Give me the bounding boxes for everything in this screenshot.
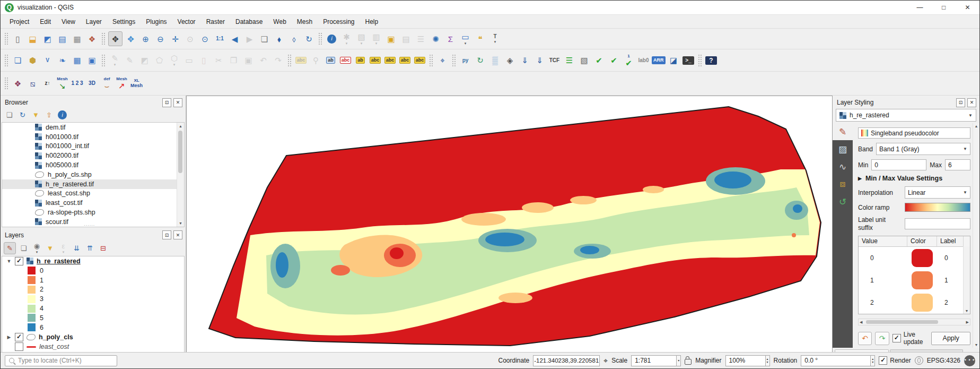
browser-item[interactable]: dem.tif [2,123,184,132]
color-swatch[interactable] [912,294,933,312]
styling-layer-combo[interactable]: h_re_rastered ▼ [836,109,976,122]
transparency-tab-icon[interactable]: ▨ [833,141,853,158]
new-virtual-layer-icon[interactable]: ▣ [85,54,99,67]
new-print-layout-icon[interactable]: ▤ [56,32,69,46]
map-canvas[interactable] [186,96,833,362]
mesh-def-icon[interactable]: def⌣ [100,76,113,90]
symbology-undo-icon[interactable]: ↶ [858,332,872,345]
layer-checkbox[interactable]: ✓ [15,257,23,265]
layers-close-icon[interactable]: ✕ [173,230,182,239]
live-update-checkbox[interactable]: ✓Live update [892,331,929,346]
refresh-map-icon[interactable]: ↻ [302,32,316,46]
deselect-features-icon[interactable]: ▣ [384,32,398,46]
menu-item[interactable]: Web [268,16,291,27]
collapse-all-icon[interactable]: ⇧ [43,109,55,121]
add-group-icon[interactable]: ❏ [18,243,29,254]
view-3d-icon[interactable]: 3D [85,76,99,90]
labeling-options-icon[interactable]: abc [294,54,308,67]
layer-item-raster[interactable]: ▼ ✓ h_re_rastered [2,256,184,267]
color-swatch[interactable] [912,271,933,289]
renderer-combo[interactable]: Singleband pseudocolor [858,127,970,139]
select-features-icon[interactable]: ▧▾ [355,32,368,46]
new-map-view-icon[interactable]: ❏ [258,32,271,46]
cut-features-icon[interactable]: ✂ [212,54,225,67]
menu-item[interactable]: Project [5,16,34,27]
menu-item[interactable]: Vector [173,16,200,27]
refresh-browser-icon[interactable]: ↻ [17,109,28,121]
mesh-export-icon[interactable]: Mesh↘ [56,76,69,90]
menu-item[interactable]: Raster [202,16,230,27]
interpolation-combo[interactable]: Linear▼ [905,186,970,199]
extents-toggle-icon[interactable]: ⌖ [603,356,608,365]
mesh-import-icon[interactable]: Mesh↗ [115,76,128,90]
browser-item[interactable] [2,227,184,227]
mesh-network-icon[interactable]: ❖ [11,76,24,90]
delete-selected-icon[interactable]: ▯ [197,54,211,67]
filter-browser-icon[interactable]: ▼ [30,109,41,121]
3d-rendering-tab-icon[interactable]: ⧈ [833,176,853,193]
minmax-settings-section[interactable]: ▶ Min / Max Value Settings [858,175,970,182]
zoom-to-layer-icon[interactable]: ⊙ [198,32,212,46]
lock-scale-icon[interactable] [685,359,692,365]
color-map-row[interactable]: 33 [859,314,970,314]
menu-item[interactable]: Processing [318,16,359,27]
symbology-tab-icon[interactable]: ✎ [833,123,853,140]
color-map-row[interactable]: 22 [859,291,970,314]
import-layer-icon[interactable]: ⇓ [533,54,546,67]
toolbar-grip[interactable] [4,54,8,67]
manage-map-themes-icon[interactable]: ◉▾ [31,243,42,254]
text-annotation-icon[interactable]: T▾ [488,32,502,46]
coordinate-input[interactable]: -121.340238,39.220581 [533,355,600,366]
layer-checkbox[interactable]: ✓ [15,333,23,341]
browser-item[interactable]: least_cost.shp [2,189,184,199]
expand-all-icon[interactable]: ⇊ [71,243,82,254]
menu-item[interactable]: Help [361,16,383,27]
zoom-next-icon[interactable]: ▶ [243,32,256,46]
toolbar-grip[interactable] [101,54,106,67]
select-by-form-icon[interactable]: ▥▾ [370,32,383,46]
min-input[interactable]: 0 [871,159,926,170]
pin-label-icon[interactable]: ab [354,54,367,67]
menu-item[interactable]: Database [231,16,267,27]
browser-float-icon[interactable]: ⊡ [162,98,171,107]
pin-unpin-labels-icon[interactable]: ⚲ [309,54,322,67]
raster-select-icon[interactable]: ▧ [578,54,591,67]
vertex-tool-icon[interactable]: ⬡▾ [168,54,181,67]
remove-layer-icon[interactable]: ⊟ [98,243,109,254]
save-project-icon[interactable]: ◩ [41,32,54,46]
rotate-label-icon[interactable]: abc [398,54,412,67]
terminal-icon[interactable]: >_ [682,54,695,67]
magnifier-spinner[interactable]: 100% ▴▾ [725,355,770,366]
toolbar-grip[interactable] [101,32,106,45]
layout-manager-icon[interactable]: ▦ [71,32,84,46]
move-label-icon[interactable]: abc [383,54,397,67]
topology-checker-icon[interactable]: ◈ [503,54,517,67]
maximize-button[interactable]: □ [932,1,956,14]
toolbar-grip[interactable] [4,32,8,45]
close-button[interactable]: ✕ [956,1,979,14]
layer-item-vector[interactable]: ▶ ✓ h_poly_cls [2,332,184,342]
style-manager-icon[interactable]: ❖ [85,32,99,46]
messages-icon[interactable] [964,355,975,366]
color-map-row[interactable]: 00 [859,247,970,269]
modify-attributes-icon[interactable]: ▭ [182,54,196,67]
browser-scrollbar[interactable]: ▲▼ [177,123,184,227]
field-calculator-icon[interactable]: ☰ [414,32,427,46]
browser-item[interactable]: h001000.tif [2,132,184,142]
locator-search-input[interactable]: Type to locate (Ctrl+K) [5,355,117,366]
browser-item[interactable]: h001000_int.tif [2,142,184,151]
osm-place-search-icon[interactable]: ⌖ [436,54,449,67]
render-checkbox[interactable]: ✓Render [879,356,911,365]
browser-item[interactable]: h002000.tif [2,151,184,160]
identify-features-icon[interactable]: i [325,32,338,46]
open-attribute-table-icon[interactable]: ▤ [399,32,413,46]
color-ramp-preview[interactable] [905,203,970,212]
browser-item[interactable]: h005000.tif [2,160,184,170]
filter-legend-icon[interactable]: ▼ [45,243,56,254]
browser-item[interactable]: h_re_rastered.tif [2,179,184,189]
expand-arrow-icon[interactable]: ▶ [6,334,12,340]
check-folder-icon[interactable]: ✔ [592,54,606,67]
redo-icon[interactable]: ↷ [272,54,285,67]
collapse-arrow-icon[interactable]: ▼ [6,259,12,264]
browser-item[interactable]: least_cost.tif [2,198,184,208]
